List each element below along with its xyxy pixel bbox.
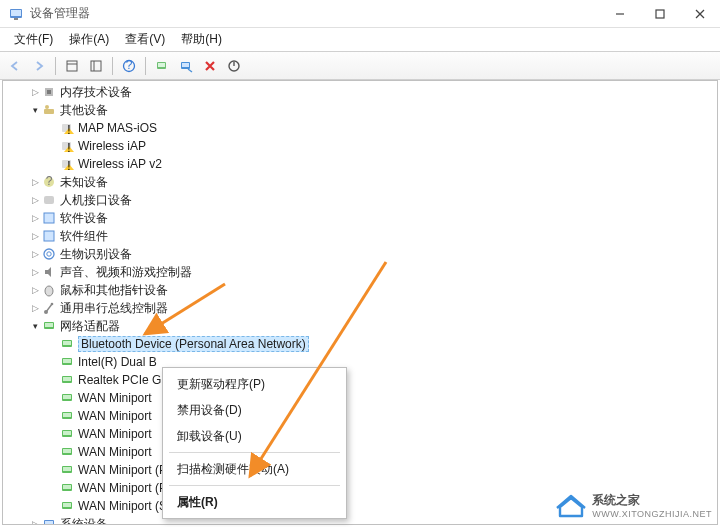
tree-row[interactable]: ▷内存技术设备 (3, 83, 717, 101)
network-icon (41, 318, 57, 334)
expander-icon[interactable]: ▷ (27, 210, 43, 226)
mouse-icon (41, 282, 57, 298)
tree-row[interactable]: !MAP MAS-iOS (3, 119, 717, 137)
tree-row[interactable]: WAN Miniport (PPPOE) (3, 461, 717, 479)
tree-row[interactable]: WAN Miniport (3, 425, 717, 443)
tree-label: 内存技术设备 (60, 84, 132, 101)
sound-icon (41, 264, 57, 280)
svg-rect-57 (63, 485, 71, 489)
tree-row[interactable]: ▷鼠标和其他指针设备 (3, 281, 717, 299)
separator (169, 452, 340, 453)
svg-text:?: ? (46, 175, 53, 188)
ctx-update-driver[interactable]: 更新驱动程序(P) (163, 371, 346, 397)
tree-row[interactable]: Intel(R) Dual B (3, 353, 717, 371)
tree-label: 声音、视频和游戏控制器 (60, 264, 192, 281)
uninstall-button[interactable] (199, 55, 221, 77)
svg-rect-19 (47, 90, 51, 94)
back-button[interactable] (4, 55, 26, 77)
svg-rect-53 (63, 449, 71, 453)
tree-row[interactable]: ▷人机接口设备 (3, 191, 717, 209)
tree-row[interactable]: ▾其他设备 (3, 101, 717, 119)
scan-button[interactable] (151, 55, 173, 77)
tree-row[interactable]: ▷声音、视频和游戏控制器 (3, 263, 717, 281)
ctx-uninstall-device[interactable]: 卸载设备(U) (163, 423, 346, 449)
svg-point-21 (45, 105, 49, 109)
adapter-icon (59, 426, 75, 442)
svg-text:!: ! (67, 159, 70, 172)
tree-row[interactable]: ▾网络适配器 (3, 317, 717, 335)
expander-icon[interactable]: ▷ (27, 264, 43, 280)
expander-icon[interactable]: ▷ (27, 516, 43, 525)
tree-row[interactable]: WAN Miniport (3, 443, 717, 461)
svg-rect-2 (14, 18, 18, 20)
tree-row-selected[interactable]: Bluetooth Device (Personal Area Network) (3, 335, 717, 353)
tree-label: 其他设备 (60, 102, 108, 119)
tree-label: Wireless iAP v2 (78, 157, 162, 171)
help-button[interactable]: ? (118, 55, 140, 77)
tree-label: WAN Miniport (78, 427, 152, 441)
expander-icon[interactable]: ▾ (27, 102, 43, 118)
tree-label: WAN Miniport (78, 391, 152, 405)
enable-button[interactable] (223, 55, 245, 77)
tree-row[interactable]: WAN Miniport (3, 407, 717, 425)
svg-point-34 (47, 252, 51, 256)
tree-label: 通用串行总线控制器 (60, 300, 168, 317)
tree-row[interactable]: !Wireless iAP v2 (3, 155, 717, 173)
menu-view[interactable]: 查看(V) (117, 29, 173, 50)
expander-icon[interactable]: ▷ (27, 192, 43, 208)
tree-row[interactable]: Realtek PCIe G (3, 371, 717, 389)
tree-row[interactable]: ▷生物识别设备 (3, 245, 717, 263)
tree-row[interactable]: ▷软件设备 (3, 209, 717, 227)
view-button[interactable] (85, 55, 107, 77)
tree-row[interactable]: ▷通用串行总线控制器 (3, 299, 717, 317)
maximize-button[interactable] (640, 0, 680, 28)
forward-button[interactable] (28, 55, 50, 77)
expander-icon[interactable]: ▷ (27, 300, 43, 316)
adapter-icon (59, 480, 75, 496)
watermark-url: WWW.XITONGZHIJIA.NET (592, 509, 712, 519)
ctx-scan-hardware[interactable]: 扫描检测硬件改动(A) (163, 456, 346, 482)
tree-row[interactable]: !Wireless iAP (3, 137, 717, 155)
ctx-disable-device[interactable]: 禁用设备(D) (163, 397, 346, 423)
svg-point-37 (51, 303, 54, 306)
menu-help[interactable]: 帮助(H) (173, 29, 230, 50)
warning-device-icon: ! (59, 120, 75, 136)
software-icon (41, 228, 57, 244)
svg-rect-45 (63, 377, 71, 381)
system-icon (41, 516, 57, 525)
tree-row[interactable]: ▷软件组件 (3, 227, 717, 245)
adapter-icon (59, 336, 75, 352)
watermark: 系统之家 WWW.XITONGZHIJIA.NET (556, 492, 712, 519)
svg-rect-31 (44, 213, 54, 223)
tree-label: 人机接口设备 (60, 192, 132, 209)
svg-rect-51 (63, 431, 71, 435)
tree-row[interactable]: ▷?未知设备 (3, 173, 717, 191)
expander-icon[interactable]: ▷ (27, 246, 43, 262)
expander-icon[interactable]: ▷ (27, 228, 43, 244)
title-bar: 设备管理器 (0, 0, 720, 28)
svg-rect-1 (11, 10, 21, 16)
minimize-button[interactable] (600, 0, 640, 28)
expander-icon[interactable]: ▷ (27, 84, 43, 100)
window-title: 设备管理器 (30, 5, 600, 22)
ctx-properties[interactable]: 属性(R) (163, 489, 346, 515)
menu-bar: 文件(F) 操作(A) 查看(V) 帮助(H) (0, 28, 720, 52)
house-icon (556, 493, 586, 519)
svg-rect-20 (44, 109, 54, 114)
close-button[interactable] (680, 0, 720, 28)
svg-rect-30 (44, 196, 54, 204)
expander-icon[interactable]: ▾ (27, 318, 43, 334)
show-hide-button[interactable] (61, 55, 83, 77)
svg-rect-59 (63, 503, 71, 507)
svg-rect-55 (63, 467, 71, 471)
chip-icon (41, 84, 57, 100)
separator (169, 485, 340, 486)
warning-device-icon: ! (59, 156, 75, 172)
menu-action[interactable]: 操作(A) (61, 29, 117, 50)
expander-icon[interactable]: ▷ (27, 174, 43, 190)
tree-row[interactable]: WAN Miniport (3, 389, 717, 407)
expander-icon[interactable]: ▷ (27, 282, 43, 298)
svg-point-35 (45, 286, 53, 296)
update-button[interactable] (175, 55, 197, 77)
menu-file[interactable]: 文件(F) (6, 29, 61, 50)
